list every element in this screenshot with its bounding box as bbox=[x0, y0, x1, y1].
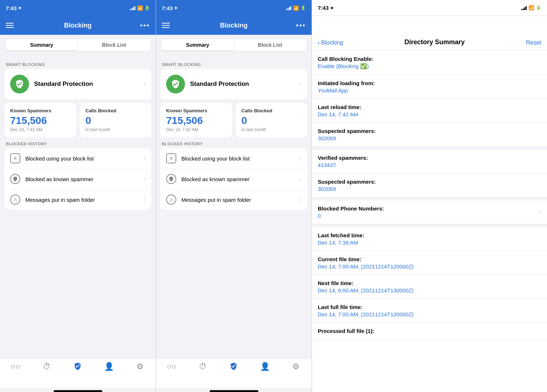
dir-nav-bar: ‹ Blocking Directory Summary Reset bbox=[312, 16, 547, 51]
back-button[interactable]: ‹ Blocking bbox=[318, 39, 343, 46]
tab-voicemail-1[interactable]: ○○ bbox=[5, 362, 26, 371]
protection-row-2[interactable]: Standard Protection › bbox=[160, 69, 307, 99]
verified-value: 413437 bbox=[318, 162, 541, 168]
dir-page-title: Directory Summary bbox=[404, 38, 465, 46]
tab-blocking-2[interactable] bbox=[223, 362, 244, 373]
back-chevron-icon: ‹ bbox=[318, 39, 320, 46]
reset-button[interactable]: Reset bbox=[526, 39, 541, 46]
nav-right-1[interactable]: ••• bbox=[140, 21, 150, 30]
more-options-1[interactable]: ••• bbox=[140, 21, 150, 29]
hamburger-menu-1[interactable] bbox=[6, 23, 14, 28]
smart-blocking-label-1: SMART BLOCKING bbox=[6, 62, 151, 67]
phone-panel-1: 7:43 ➤ 📶 🔋 Blocking ••• bbox=[0, 0, 156, 392]
reload-value: Dec 14, 7:42 AM bbox=[318, 111, 541, 117]
wifi-icon-2: 📶 bbox=[293, 5, 299, 11]
calls-blocked-label-2: Calls Blocked bbox=[242, 108, 302, 113]
history-text-3-1: Messages put in spam folder bbox=[25, 197, 144, 203]
directory-panel: 7:43 ➤ 📶 🔋 ‹ Blocking Directory Summary … bbox=[312, 0, 547, 392]
tab-contacts-2[interactable]: 👤 bbox=[254, 362, 276, 371]
status-bar-left-3: 7:43 ➤ bbox=[318, 5, 334, 11]
tab-contacts-1[interactable]: 👤 bbox=[98, 362, 120, 371]
tab-blocklist-1[interactable]: Block List bbox=[78, 39, 151, 50]
last-full-label: Last full file time: bbox=[318, 304, 541, 310]
nav-left-1[interactable] bbox=[6, 23, 14, 28]
tab-voicemail-2[interactable]: ○○ bbox=[161, 362, 182, 371]
calls-blocked-card-2[interactable]: Calls Blocked 0 In last month bbox=[236, 103, 308, 137]
fetched-value: Dec 14, 7:38 AM bbox=[318, 239, 541, 246]
nav-right-2[interactable]: ••• bbox=[296, 21, 306, 30]
chevron-icon-h1-2: › bbox=[300, 155, 301, 162]
time-3: 7:43 bbox=[318, 5, 329, 11]
blocked-history-label-2: BLOCKED HISTORY bbox=[162, 142, 307, 146]
dir-row-blocked-numbers[interactable]: Blocked Phone Numbers: 0 › bbox=[312, 200, 547, 224]
suspected-label-1: Suspected spammers: bbox=[318, 128, 541, 134]
tab-blocking-1[interactable] bbox=[67, 362, 89, 373]
call-blocking-value[interactable]: Enable (Blocking ✅) bbox=[318, 63, 541, 70]
tab-summary-1[interactable]: Summary bbox=[5, 39, 78, 50]
history-item-2-1[interactable]: Blocked as known spammer › bbox=[4, 169, 151, 189]
x-icon-2: ✕ bbox=[166, 153, 176, 163]
next-file-label: Next file time: bbox=[318, 280, 541, 286]
shield-circle-1 bbox=[10, 75, 29, 93]
shield-icon-2 bbox=[170, 79, 181, 89]
tab-history-2[interactable]: ⏱ bbox=[192, 362, 214, 371]
protection-card-1[interactable]: Standard Protection › bbox=[4, 69, 151, 99]
known-spammers-card-1[interactable]: Known Spammers 715,506 Dec 14, 7:42 AM bbox=[4, 103, 76, 137]
nav-left-2[interactable] bbox=[162, 23, 170, 28]
more-options-2[interactable]: ••• bbox=[296, 21, 306, 29]
protection-row-1[interactable]: Standard Protection › bbox=[4, 69, 151, 99]
calls-blocked-sub-1: In last month bbox=[86, 127, 146, 132]
chevron-icon-1: › bbox=[144, 81, 145, 87]
status-bar-right-2: 📶 🔋 bbox=[286, 5, 306, 11]
history-item-2-2[interactable]: Blocked as known spammer › bbox=[160, 169, 307, 189]
dir-content: Call Blocking Enable: Enable (Blocking ✅… bbox=[312, 51, 547, 392]
time-2: 7:43 bbox=[162, 5, 173, 11]
current-file-label: Current file time: bbox=[318, 256, 541, 262]
history-text-1-2: Blocked using your block list bbox=[181, 155, 300, 162]
wifi-icon-1: 📶 bbox=[137, 5, 143, 11]
spammers-sub-1: Dec 14, 7:42 AM bbox=[10, 127, 70, 132]
last-full-value: Dec 14, 7:00 AM, (20211214T120000Z) bbox=[318, 311, 541, 317]
battery-icon-2: 🔋 bbox=[301, 6, 306, 11]
known-spammers-card-2[interactable]: Known Spammers 715,506 Dec 14, 7:42 AM bbox=[160, 103, 232, 137]
tab-bar-2: ○○ ⏱ 👤 ⚙ bbox=[156, 358, 312, 388]
tab-blocklist-2[interactable]: Block List bbox=[234, 39, 307, 50]
status-bar-2: 7:43 ➤ 📶 🔋 bbox=[156, 0, 312, 16]
protection-card-2[interactable]: Standard Protection › bbox=[160, 69, 307, 99]
dir-row-next-file: Next file time: Dec 14, 8:00 AM, (202112… bbox=[312, 275, 547, 299]
history-text-1-1: Blocked using your block list bbox=[25, 155, 144, 162]
protection-title-2: Standard Protection bbox=[190, 80, 300, 88]
warning-icon-2: ⚠ bbox=[166, 195, 176, 205]
protection-title-1: Standard Protection bbox=[34, 80, 144, 88]
hamburger-menu-2[interactable] bbox=[162, 23, 170, 28]
blocked-history-label-1: BLOCKED HISTORY bbox=[6, 142, 151, 146]
suspected-label-2: Suspected spammers: bbox=[318, 179, 541, 185]
history-item-3-1[interactable]: ⚠ Messages put in spam folder › bbox=[4, 189, 151, 210]
dir-row-reload: Last reload time: Dec 14, 7:42 AM bbox=[312, 99, 547, 123]
history-item-1-1[interactable]: ✕ Blocked using your block list › bbox=[4, 148, 151, 169]
chevron-icon-h2-2: › bbox=[300, 176, 301, 182]
calls-blocked-card-1[interactable]: Calls Blocked 0 In last month bbox=[80, 103, 152, 137]
processed-label: Processed full file (1): bbox=[318, 328, 541, 334]
tab-settings-1[interactable]: ⚙ bbox=[129, 362, 151, 371]
blocked-numbers-row: Blocked Phone Numbers: 0 › bbox=[318, 205, 541, 219]
history-item-1-2[interactable]: ✕ Blocked using your block list › bbox=[160, 148, 307, 169]
history-item-3-2[interactable]: ⚠ Messages put in spam folder › bbox=[160, 189, 307, 210]
tab-settings-2[interactable]: ⚙ bbox=[285, 362, 307, 371]
tab-summary-2[interactable]: Summary bbox=[161, 39, 234, 50]
dir-row-loading: Initiated loading from: YouMail App bbox=[312, 75, 547, 99]
tab-history-1[interactable]: ⏱ bbox=[36, 362, 58, 371]
dir-row-current-file: Current file time: Dec 14, 7:00 AM, (202… bbox=[312, 251, 547, 275]
shield-icon-1 bbox=[15, 79, 25, 89]
voicemail-icon-2: ○○ bbox=[167, 362, 177, 371]
blocked-numbers-value: 0 bbox=[318, 213, 384, 219]
signal-bar-2 bbox=[131, 8, 132, 10]
divider-2 bbox=[312, 197, 547, 200]
chevron-icon-2: › bbox=[300, 81, 301, 87]
loading-value[interactable]: YouMail App bbox=[318, 87, 541, 93]
signal-bar-4 bbox=[134, 6, 135, 10]
stats-grid-1: Known Spammers 715,506 Dec 14, 7:42 AM C… bbox=[4, 103, 151, 137]
divider-1 bbox=[312, 147, 547, 150]
smart-blocking-label-2: SMART BLOCKING bbox=[162, 62, 307, 67]
back-label[interactable]: Blocking bbox=[321, 39, 343, 46]
